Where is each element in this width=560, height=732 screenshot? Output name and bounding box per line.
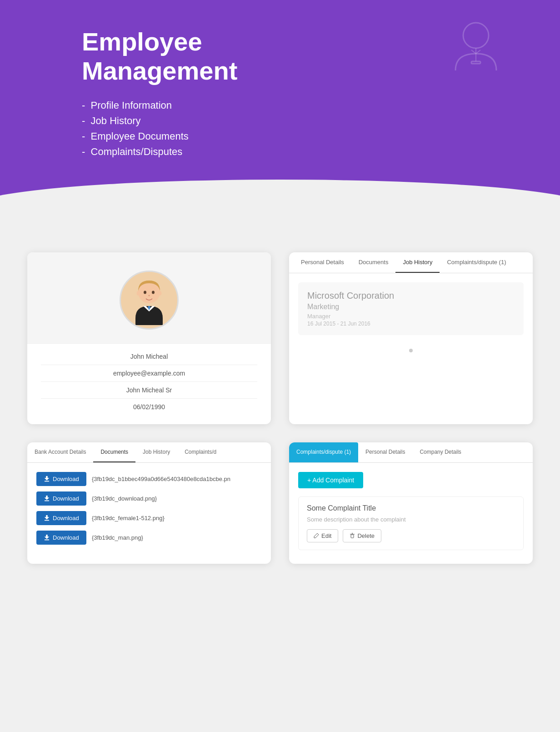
feature-item-job: Job History	[82, 115, 478, 127]
avatar	[120, 271, 179, 330]
download-icon-4	[44, 534, 50, 541]
delete-complaint-button[interactable]: Delete	[343, 529, 381, 542]
profile-parent-name: John Micheal Sr	[41, 382, 257, 399]
svg-rect-13	[351, 535, 354, 538]
tab-documents[interactable]: Documents	[93, 442, 135, 462]
svg-rect-11	[45, 520, 50, 521]
job-history-tabs: Personal Details Documents Job History C…	[289, 252, 533, 273]
tab-bank-account[interactable]: Bank Account Details	[27, 442, 93, 462]
documents-tabs: Bank Account Details Documents Job Histo…	[27, 442, 271, 463]
svg-rect-2	[471, 61, 480, 64]
add-complaint-button[interactable]: + Add Complaint	[298, 472, 363, 488]
job-department: Marketing	[307, 303, 515, 311]
doc-item-1: Download {3fb19dc_b1bbec499a0d66e5403480…	[36, 472, 262, 486]
feature-list: Profile Information Job History Employee…	[82, 100, 478, 158]
svg-rect-12	[45, 540, 50, 541]
pagination-dot-1	[409, 349, 413, 352]
header-avatar-icon	[446, 18, 505, 77]
job-history-card: Personal Details Documents Job History C…	[289, 252, 533, 424]
profile-dob: 06/02/1990	[41, 399, 257, 415]
svg-point-5	[152, 291, 155, 294]
job-entry: Microsoft Corporation Marketing Manager …	[298, 282, 524, 335]
tab-personal-details-complaints[interactable]: Personal Details	[358, 442, 412, 462]
profile-info: John Micheal employee@example.com John M…	[27, 344, 271, 424]
doc-filename-3: {3fb19dc_female1-512.png}	[92, 515, 165, 521]
job-company: Microsoft Corporation	[307, 291, 515, 301]
tab-company-details[interactable]: Company Details	[412, 442, 468, 462]
trash-icon	[350, 533, 355, 538]
doc-filename-1: {3fb19dc_b1bbec499a0d66e5403480e8cda1bcb…	[92, 476, 230, 482]
complaints-body: + Add Complaint Some Complaint Title Som…	[289, 463, 533, 564]
complaints-tabs: Complaints/dispute (1) Personal Details …	[289, 442, 533, 463]
doc-filename-2: {3fb19dc_download.png}	[92, 495, 157, 502]
documents-card: Bank Account Details Documents Job Histo…	[27, 442, 271, 564]
download-icon-1	[44, 476, 50, 482]
svg-point-0	[463, 23, 489, 48]
svg-point-4	[144, 291, 146, 294]
doc-filename-4: {3fb19dc_man.png}	[92, 534, 143, 541]
download-icon-3	[44, 515, 50, 521]
profile-name: John Micheal	[41, 348, 257, 365]
tab-job-history[interactable]: Job History	[395, 252, 440, 273]
svg-point-8	[159, 291, 162, 296]
main-content: John Micheal employee@example.com John M…	[0, 216, 560, 591]
svg-rect-10	[45, 501, 50, 501]
download-button-1[interactable]: Download	[36, 472, 86, 486]
tab-job-history-docs[interactable]: Job History	[135, 442, 177, 462]
edit-icon	[314, 533, 319, 538]
svg-point-6	[148, 295, 150, 296]
feature-item-complaints: Complaints/Disputes	[82, 146, 478, 158]
page-title: Employee Management	[82, 27, 478, 86]
svg-rect-9	[45, 481, 50, 482]
download-button-3[interactable]: Download	[36, 511, 86, 525]
doc-item-2: Download {3fb19dc_download.png}	[36, 491, 262, 506]
feature-item-profile: Profile Information	[82, 100, 478, 111]
job-title: Manager	[307, 313, 515, 320]
tab-documents[interactable]: Documents	[351, 252, 396, 273]
tab-complaints-dispute-active[interactable]: Complaints/dispute (1)	[289, 442, 358, 462]
edit-complaint-button[interactable]: Edit	[307, 529, 338, 542]
tab-personal-details[interactable]: Personal Details	[294, 252, 351, 273]
tab-complaints-dispute[interactable]: Complaints/dispute (1)	[440, 252, 513, 273]
svg-point-7	[137, 291, 140, 296]
complaints-card: Complaints/dispute (1) Personal Details …	[289, 442, 533, 564]
profile-avatar-area	[27, 252, 271, 344]
doc-item-3: Download {3fb19dc_female1-512.png}	[36, 511, 262, 525]
profile-email: employee@example.com	[41, 365, 257, 382]
doc-item-4: Download {3fb19dc_man.png}	[36, 531, 262, 545]
job-dates: 16 Jul 2015 - 21 Jun 2016	[307, 321, 515, 327]
complaint-description: Some description about the complaint	[307, 516, 515, 523]
complaint-title: Some Complaint Title	[307, 504, 515, 512]
profile-card: John Micheal employee@example.com John M…	[27, 252, 271, 424]
pagination	[289, 344, 533, 359]
download-button-2[interactable]: Download	[36, 491, 86, 506]
document-list: Download {3fb19dc_b1bbec499a0d66e5403480…	[27, 463, 271, 559]
download-button-4[interactable]: Download	[36, 531, 86, 545]
header-section: Employee Management Profile Information …	[0, 0, 560, 216]
complaint-actions: Edit Delete	[307, 529, 515, 542]
feature-item-docs: Employee Documents	[82, 130, 478, 142]
complaint-item: Some Complaint Title Some description ab…	[298, 496, 524, 550]
tab-complaints-docs[interactable]: Complaints/d	[177, 442, 224, 462]
download-icon-2	[44, 495, 50, 501]
